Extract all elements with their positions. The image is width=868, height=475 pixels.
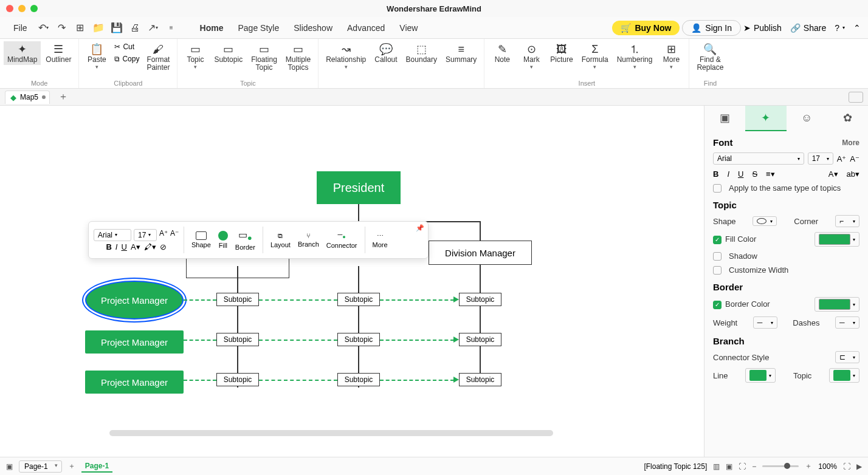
floating-topic-button[interactable]: ▭Floating Topic <box>247 41 281 73</box>
outliner-mode-button[interactable]: ☰Outliner <box>42 41 75 65</box>
share-button[interactable]: 🔗Share <box>790 23 826 33</box>
underline-button[interactable]: U <box>121 242 126 251</box>
window-minimize-button[interactable] <box>18 5 26 12</box>
node-subtopic[interactable]: Subtopic <box>459 293 501 306</box>
subtopic-button[interactable]: ▭Subtopic <box>210 41 246 65</box>
clear-format-button[interactable]: ⊘ <box>160 242 167 251</box>
sign-in-button[interactable]: 👤Sign In <box>682 20 741 36</box>
strikethrough-button[interactable]: S <box>752 169 757 179</box>
horizontal-scrollbar[interactable] <box>109 430 553 436</box>
shadow-checkbox[interactable] <box>713 252 722 261</box>
node-subtopic[interactable]: Subtopic <box>216 333 259 346</box>
panel-tab-icon[interactable]: ☺ <box>787 106 827 131</box>
zoom-in-button[interactable]: ＋ <box>805 461 812 471</box>
node-subtopic[interactable]: Subtopic <box>337 373 380 386</box>
connector-style-select[interactable]: ⊏▾ <box>835 351 859 363</box>
redo-button[interactable]: ↷ <box>54 20 70 36</box>
align-button[interactable]: ≡▾ <box>766 169 775 179</box>
fill-color-select[interactable]: ▾ <box>815 232 859 247</box>
tab-home[interactable]: Home <box>194 21 230 35</box>
node-project-manager-selected[interactable]: Project Manager <box>85 281 184 320</box>
tab-slideshow[interactable]: Slideshow <box>288 21 339 35</box>
copy-button[interactable]: ⧉Copy <box>112 53 142 64</box>
formula-button[interactable]: ΣFormula▾ <box>578 41 612 71</box>
tab-view[interactable]: View <box>393 21 424 35</box>
window-close-button[interactable] <box>6 5 13 12</box>
page-tab[interactable]: Page-1 <box>81 460 112 473</box>
view-mode-1[interactable]: ▥ <box>713 462 720 471</box>
find-replace-button[interactable]: 🔍Find & Replace <box>693 41 727 73</box>
file-menu[interactable]: File <box>7 21 33 35</box>
panel-tab-style[interactable]: ✦ <box>745 106 786 131</box>
node-division-manager[interactable]: Division Manager <box>429 241 532 265</box>
note-button[interactable]: ✎Note <box>488 41 516 65</box>
mark-button[interactable]: ⊙Mark▾ <box>517 41 545 71</box>
save-button[interactable]: 💾 <box>109 20 125 36</box>
line-color-select[interactable]: ▾ <box>745 368 776 383</box>
export-button[interactable]: ↗ ▾ <box>145 20 161 36</box>
help-button[interactable]: ? ▾ <box>835 23 845 33</box>
border-color-select[interactable]: ▾ <box>815 297 859 312</box>
node-subtopic[interactable]: Subtopic <box>216 293 259 306</box>
border-tool[interactable]: ▭●Border <box>233 229 258 251</box>
numbering-button[interactable]: ⒈Numbering▾ <box>613 41 656 71</box>
view-mode-2[interactable]: ▣ <box>726 462 732 471</box>
print-button[interactable]: 🖨 <box>127 20 143 36</box>
node-subtopic[interactable]: Subtopic <box>337 293 380 306</box>
panel-tab-clipart[interactable]: ✿ <box>827 106 868 131</box>
shape-tool[interactable]: Shape <box>189 231 213 248</box>
panel-tab-page[interactable]: ▣ <box>704 106 745 131</box>
font-color-button[interactable]: A▾ <box>131 242 140 251</box>
collapse-ribbon-button[interactable]: ⌃ <box>853 23 861 33</box>
shape-select[interactable]: ▾ <box>753 216 777 226</box>
tab-page-style[interactable]: Page Style <box>232 21 285 35</box>
underline-button[interactable]: U <box>738 169 743 179</box>
fullscreen-button[interactable]: ⛶ <box>843 462 850 471</box>
node-subtopic[interactable]: Subtopic <box>216 373 259 386</box>
font-size-select[interactable]: 17▾ <box>134 229 157 241</box>
outline-view-button[interactable]: ▣ <box>6 462 13 471</box>
topic-color-select[interactable]: ▾ <box>829 368 859 383</box>
format-painter-button[interactable]: 🖌Format Painter <box>143 41 173 73</box>
canvas[interactable]: President Division Manager Subtopic Subt… <box>0 106 704 457</box>
panel-toggle-button[interactable] <box>849 92 863 103</box>
connector-tool[interactable]: ─●Connector <box>324 231 360 248</box>
page-selector[interactable]: Page-1 <box>19 460 62 473</box>
callout-button[interactable]: 💬Callout <box>371 41 401 65</box>
font-increase-button[interactable]: A⁺ <box>159 229 168 241</box>
corner-select[interactable]: ⌐▾ <box>835 215 859 227</box>
font-decrease-button[interactable]: A⁻ <box>850 154 859 163</box>
customize-width-checkbox[interactable] <box>713 266 722 275</box>
layout-tool[interactable]: ⧉Layout <box>268 232 293 248</box>
text-case-button[interactable]: ab▾ <box>847 169 859 179</box>
fill-tool[interactable]: Fill <box>216 231 230 249</box>
font-family-select[interactable]: Arial▾ <box>713 152 804 165</box>
apply-same-checkbox[interactable] <box>713 184 722 193</box>
bold-button[interactable]: B <box>713 169 718 179</box>
font-size-select[interactable]: 17▾ <box>808 152 833 165</box>
node-subtopic[interactable]: Subtopic <box>459 373 501 386</box>
highlight-button[interactable]: 🖍▾ <box>144 242 156 251</box>
bold-button[interactable]: B <box>106 242 111 251</box>
add-tab-button[interactable]: ＋ <box>55 91 72 103</box>
relationship-button[interactable]: ↝Relationship▾ <box>322 41 370 71</box>
node-project-manager[interactable]: Project Manager <box>85 371 184 394</box>
tab-advanced[interactable]: Advanced <box>341 21 391 35</box>
undo-button[interactable]: ↶ ▾ <box>36 20 52 36</box>
branch-tool[interactable]: ⑂Branch <box>295 232 322 248</box>
picture-button[interactable]: 🖼Picture <box>546 41 576 65</box>
more-insert-button[interactable]: ⊞More▾ <box>657 41 685 71</box>
open-button[interactable]: 📁 <box>91 20 106 36</box>
boundary-button[interactable]: ⬚Boundary <box>402 41 441 65</box>
node-project-manager[interactable]: Project Manager <box>85 330 184 354</box>
font-increase-button[interactable]: A⁺ <box>837 154 847 163</box>
cut-button[interactable]: ✂Cut <box>112 41 142 52</box>
fill-color-checkbox[interactable]: ✓ <box>713 236 722 244</box>
zoom-out-button[interactable]: − <box>752 462 756 471</box>
weight-select[interactable]: ─▾ <box>753 316 777 329</box>
font-more-link[interactable]: More <box>842 138 859 147</box>
add-page-button[interactable]: ＋ <box>68 461 75 471</box>
more-tool[interactable]: ⋯More <box>370 232 390 248</box>
font-color-button[interactable]: A▾ <box>828 169 838 179</box>
zoom-slider[interactable] <box>762 465 799 467</box>
